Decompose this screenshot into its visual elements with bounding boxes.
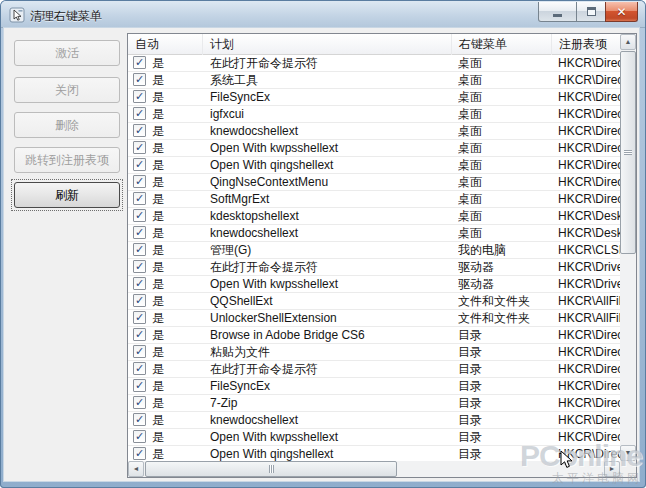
- checkbox[interactable]: ✓: [133, 413, 146, 426]
- header-auto[interactable]: 自动: [128, 34, 203, 55]
- checkbox[interactable]: ✓: [133, 311, 146, 324]
- context-menu-cell: 桌面: [458, 225, 551, 241]
- scroll-down-button[interactable]: ▼: [620, 445, 636, 461]
- checkbox[interactable]: ✓: [133, 209, 146, 222]
- plan-cell: 在此打开命令提示符: [210, 55, 450, 71]
- checkbox[interactable]: ✓: [133, 379, 146, 392]
- plan-cell: FileSyncEx: [210, 378, 450, 394]
- context-menu-cell: 桌面: [458, 157, 551, 173]
- auto-cell: 是: [152, 395, 200, 411]
- checkbox[interactable]: ✓: [133, 90, 146, 103]
- table-row[interactable]: ✓ 是 FileSyncEx 桌面 HKCR\Direct: [128, 89, 620, 106]
- table-row[interactable]: ✓ 是 在此打开命令提示符 桌面 HKCR\Direct: [128, 55, 620, 72]
- header-context-menu[interactable]: 右键菜单: [452, 34, 552, 55]
- checkbox[interactable]: ✓: [133, 277, 146, 290]
- checkbox[interactable]: ✓: [133, 192, 146, 205]
- thumb-grip-icon: [624, 150, 632, 155]
- checkbox[interactable]: ✓: [133, 328, 146, 341]
- close-item-button[interactable]: 关闭: [14, 77, 120, 103]
- table-row[interactable]: ✓ 是 QQShellExt 文件和文件夹 HKCR\AllFiles: [128, 293, 620, 310]
- table-row[interactable]: ✓ 是 SoftMgrExt 桌面 HKCR\Direct: [128, 191, 620, 208]
- refresh-button[interactable]: 刷新: [14, 182, 120, 208]
- checkbox[interactable]: ✓: [133, 430, 146, 443]
- checkbox[interactable]: ✓: [133, 345, 146, 358]
- table-row[interactable]: ✓ 是 knewdocshellext 桌面 HKCR\Direct: [128, 123, 620, 140]
- arrow-down-icon: ▼: [625, 449, 632, 456]
- plan-cell: knewdocshellext: [210, 225, 450, 241]
- plan-cell: Open With kwpsshellext: [210, 140, 450, 156]
- checkbox[interactable]: ✓: [133, 447, 146, 460]
- table-row[interactable]: ✓ 是 igfxcui 桌面 HKCR\Direct: [128, 106, 620, 123]
- horizontal-scroll-thumb[interactable]: [145, 461, 397, 477]
- checkbox[interactable]: ✓: [133, 107, 146, 120]
- checkbox[interactable]: ✓: [133, 56, 146, 69]
- table-row[interactable]: ✓ 是 knewdocshellext 目录 HKCR\Direct: [128, 412, 620, 429]
- scroll-right-button[interactable]: ►: [604, 461, 620, 477]
- vertical-scroll-thumb[interactable]: [620, 51, 636, 254]
- plan-cell: knewdocshellext: [210, 412, 450, 428]
- delete-button[interactable]: 删除: [14, 112, 120, 138]
- maximize-button[interactable]: [576, 2, 606, 22]
- header-registry[interactable]: 注册表项: [552, 34, 620, 55]
- registry-cell: HKCR\Direct: [558, 412, 620, 428]
- checkbox[interactable]: ✓: [133, 141, 146, 154]
- auto-cell: 是: [152, 123, 200, 139]
- scroll-left-button[interactable]: ◄: [128, 461, 144, 477]
- auto-cell: 是: [152, 208, 200, 224]
- table-row[interactable]: ✓ 是 Open With qingshellext 目录 HKCR\Direc…: [128, 446, 620, 461]
- table-row[interactable]: ✓ 是 QingNseContextMenu 桌面 HKCR\Direct: [128, 174, 620, 191]
- auto-cell: 是: [152, 89, 200, 105]
- table-row[interactable]: ✓ 是 7-Zip 目录 HKCR\Direct: [128, 395, 620, 412]
- plan-cell: 管理(G): [210, 242, 450, 258]
- registry-cell: HKCR\AllFiles: [558, 293, 620, 309]
- header-plan[interactable]: 计划: [203, 34, 452, 55]
- plan-cell: Open With kwpsshellext: [210, 276, 450, 292]
- checkbox[interactable]: ✓: [133, 396, 146, 409]
- checkbox[interactable]: ✓: [133, 362, 146, 375]
- checkbox[interactable]: ✓: [133, 294, 146, 307]
- checkbox[interactable]: ✓: [133, 124, 146, 137]
- close-button[interactable]: ✕: [605, 2, 638, 22]
- plan-cell: igfxcui: [210, 106, 450, 122]
- titlebar[interactable]: 清理右键菜单 ✕: [1, 1, 645, 28]
- table-row[interactable]: ✓ 是 管理(G) 我的电脑 HKCR\CLSID\: [128, 242, 620, 259]
- registry-cell: HKCR\Drive\: [558, 259, 620, 275]
- thumb-grip-icon: [269, 465, 274, 473]
- horizontal-scrollbar[interactable]: ◄ ►: [128, 461, 620, 477]
- vertical-scrollbar[interactable]: ▲ ▼: [620, 34, 636, 461]
- table-row[interactable]: ✓ 是 knewdocshellext 桌面 HKCR\Deskto: [128, 225, 620, 242]
- jump-to-registry-button[interactable]: 跳转到注册表项: [14, 147, 120, 173]
- table-row[interactable]: ✓ 是 Browse in Adobe Bridge CS6 目录 HKCR\D…: [128, 327, 620, 344]
- context-menu-cell: 目录: [458, 429, 551, 445]
- table-row[interactable]: ✓ 是 UnlockerShellExtension 文件和文件夹 HKCR\A…: [128, 310, 620, 327]
- checkbox[interactable]: ✓: [133, 243, 146, 256]
- auto-cell: 是: [152, 174, 200, 190]
- table-row[interactable]: ✓ 是 在此打开命令提示符 驱动器 HKCR\Drive\: [128, 259, 620, 276]
- table-row[interactable]: ✓ 是 粘贴为文件 目录 HKCR\Direct: [128, 344, 620, 361]
- context-menu-cell: 目录: [458, 412, 551, 428]
- table-row[interactable]: ✓ 是 Open With kwpsshellext 驱动器 HKCR\Driv…: [128, 276, 620, 293]
- table-row[interactable]: ✓ 是 在此打开命令提示符 目录 HKCR\Direct: [128, 361, 620, 378]
- checkbox[interactable]: ✓: [133, 73, 146, 86]
- plan-cell: Open With qingshellext: [210, 446, 450, 461]
- table-row[interactable]: ✓ 是 系统工具 桌面 HKCR\Direct: [128, 72, 620, 89]
- scroll-up-button[interactable]: ▲: [620, 34, 636, 50]
- context-menu-cell: 桌面: [458, 174, 551, 190]
- auto-cell: 是: [152, 191, 200, 207]
- checkbox[interactable]: ✓: [133, 158, 146, 171]
- table-row[interactable]: ✓ 是 Open With kwpsshellext 桌面 HKCR\Direc…: [128, 140, 620, 157]
- table-row[interactable]: ✓ 是 Open With kwpsshellext 目录 HKCR\Direc…: [128, 429, 620, 446]
- context-menu-cell: 驱动器: [458, 276, 551, 292]
- plan-cell: UnlockerShellExtension: [210, 310, 450, 326]
- checkbox[interactable]: ✓: [133, 260, 146, 273]
- table-row[interactable]: ✓ 是 Open With qingshellext 桌面 HKCR\Direc…: [128, 157, 620, 174]
- activate-button[interactable]: 激活: [14, 40, 120, 66]
- table-row[interactable]: ✓ 是 kdesktopshellext 桌面 HKCR\Deskto: [128, 208, 620, 225]
- table-row[interactable]: ✓ 是 FileSyncEx 目录 HKCR\Direct: [128, 378, 620, 395]
- minimize-button[interactable]: [538, 2, 577, 22]
- registry-cell: HKCR\Direct: [558, 395, 620, 411]
- context-menu-cell: 文件和文件夹: [458, 310, 551, 326]
- checkbox[interactable]: ✓: [133, 226, 146, 239]
- registry-cell: HKCR\Deskto: [558, 208, 620, 224]
- checkbox[interactable]: ✓: [133, 175, 146, 188]
